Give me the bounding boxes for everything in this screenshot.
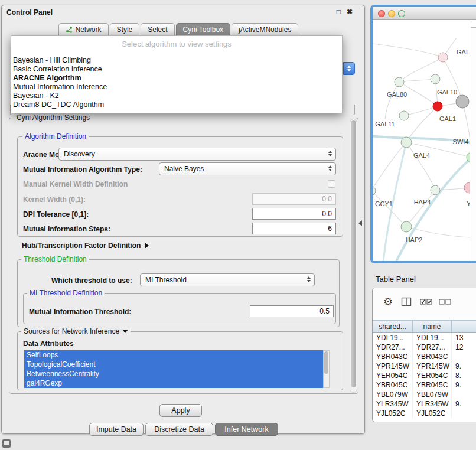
scrollbar-thumb[interactable]: [351, 120, 356, 387]
apply-button[interactable]: Apply: [159, 404, 202, 417]
cell-shared: YDL19...: [373, 333, 413, 343]
tab-discretize-data[interactable]: Discretize Data: [145, 423, 213, 436]
select-all-icon[interactable]: [420, 298, 433, 308]
algorithm-option[interactable]: Basic Correlation Inference: [11, 65, 342, 74]
tab-cyni-toolbox[interactable]: Cyni Toolbox: [176, 23, 230, 35]
chevron-updown-icon: [307, 276, 311, 282]
settings-scrollbar[interactable]: [350, 119, 357, 393]
attribute-item[interactable]: SelfLoops: [24, 350, 323, 360]
deselect-all-icon[interactable]: [439, 298, 452, 308]
network-node[interactable]: [395, 77, 404, 87]
network-node[interactable]: [438, 53, 448, 62]
network-node[interactable]: [433, 102, 442, 111]
group-border-fragment: [350, 105, 355, 115]
column-header-shared[interactable]: shared...: [373, 321, 413, 332]
table-toolbar: ⚙: [373, 288, 476, 320]
node-label: GAL80: [387, 91, 407, 98]
manual-kernel-checkbox[interactable]: [328, 180, 335, 188]
attribute-item[interactable]: TopologicalCoefficient: [24, 360, 323, 369]
algorithm-dropdown-popup: Select algorithm to view settings Bayesi…: [11, 35, 343, 113]
attribute-item[interactable]: BetweennessCentrality: [24, 369, 323, 379]
algorithm-option[interactable]: Mutual Information Inference: [11, 83, 342, 92]
network-node[interactable]: [431, 74, 440, 84]
sources-toggle[interactable]: Sources for Network Inference: [21, 327, 131, 335]
triangle-down-icon: [122, 330, 128, 333]
minimize-button[interactable]: [388, 10, 395, 17]
tab-network[interactable]: Network: [58, 23, 109, 35]
mi-steps-label: Mutual Information Steps:: [23, 225, 110, 233]
tab-style[interactable]: Style: [110, 23, 140, 35]
network-node[interactable]: [399, 111, 409, 120]
network-window-titlebar: [373, 7, 476, 20]
which-threshold-label: Which threshold to use:: [51, 276, 132, 285]
group-title: MI Threshold Definition: [27, 289, 105, 297]
zoom-button[interactable]: [398, 10, 405, 17]
attribute-item[interactable]: gal4RGexp: [24, 379, 323, 388]
node-label: GAL10: [437, 89, 457, 96]
float-window-icon[interactable]: □: [337, 8, 341, 16]
network-node[interactable]: [431, 185, 440, 195]
selected-value: Discovery: [64, 150, 325, 158]
network-node[interactable]: [401, 137, 412, 148]
data-attributes-label: Data Attributes: [23, 340, 74, 348]
aracne-mode-select[interactable]: Discovery: [58, 148, 336, 161]
network-node[interactable]: [401, 221, 412, 232]
mi-threshold-input[interactable]: 0.5: [250, 305, 334, 317]
table-row[interactable]: YPR145W YPR145W 9.: [373, 361, 476, 371]
table-row[interactable]: YBR045C YBR045C 9.: [373, 380, 476, 390]
algorithm-combobox-button[interactable]: [343, 62, 355, 75]
algorithm-option[interactable]: Bayesian - K2: [11, 92, 342, 100]
dpi-tolerance-label: DPI Tolerance [0,1]:: [23, 210, 89, 219]
table-row[interactable]: YLR345W YLR345W 9.: [373, 399, 476, 409]
column-header-name[interactable]: name: [413, 321, 452, 332]
cell-extra: 8.: [452, 371, 476, 380]
table-row[interactable]: YJL052C YJL052C: [373, 409, 476, 418]
algorithm-option[interactable]: Bayesian - Hill Climbing: [11, 56, 342, 65]
mi-type-select[interactable]: Naive Bayes: [159, 162, 336, 175]
tab-impute-data[interactable]: Impute Data: [89, 423, 144, 436]
close-window-icon[interactable]: ✖: [347, 8, 353, 16]
dpi-tolerance-input[interactable]: 0.0: [252, 208, 336, 220]
settings-gear-icon[interactable]: ⚙: [383, 296, 393, 307]
chevron-updown-icon: [328, 165, 332, 171]
tab-select[interactable]: Select: [141, 23, 174, 35]
scrollbar-thumb[interactable]: [324, 351, 328, 374]
algorithm-option[interactable]: Dream8 DC_TDC Algorithm: [11, 100, 342, 109]
cell-shared: YPR145W: [373, 361, 413, 371]
scrollbar-button[interactable]: [471, 21, 476, 28]
panel-collapse-handle[interactable]: [358, 220, 362, 226]
column-header-extra[interactable]: [452, 321, 476, 332]
mi-steps-input[interactable]: 6: [252, 223, 336, 234]
cell-name: YDR27...: [413, 343, 452, 352]
tab-jactivemnodules[interactable]: jActiveMNodules: [232, 23, 298, 35]
algorithm-option-selected[interactable]: ARACNE Algorithm: [11, 74, 342, 83]
network-canvas[interactable]: GAL GAL80 GAL10 GAL11 GAL1 SWI4 GAL4 GCY…: [373, 20, 476, 261]
table-row[interactable]: YBL079W YBL079W: [373, 390, 476, 399]
attribute-list-scrollbar[interactable]: [323, 350, 330, 388]
tab-label: Network: [76, 25, 102, 34]
table-body: YDL19... YDL19... 13 YDR27... YDR27... 1…: [373, 333, 476, 422]
kernel-width-input[interactable]: 0.0: [252, 193, 336, 205]
cell-shared: YBR043C: [373, 352, 413, 361]
table-header-row: shared... name: [373, 320, 476, 333]
hub-section-toggle[interactable]: Hub/Transcription Factor Definition: [22, 242, 149, 250]
table-row[interactable]: YDR27... YDR27... 12: [373, 343, 476, 352]
close-button[interactable]: [378, 10, 385, 17]
tab-infer-network[interactable]: Infer Network: [215, 423, 278, 436]
tab-label: Impute Data: [96, 425, 136, 433]
network-node[interactable]: [456, 95, 469, 108]
cell-name: YBL079W: [413, 390, 452, 399]
network-node[interactable]: [464, 182, 470, 193]
table-row[interactable]: YDL19... YDL19... 13: [373, 333, 476, 343]
selected-value: Naive Bayes: [164, 165, 325, 173]
minimized-panel-icon[interactable]: [2, 439, 11, 448]
which-threshold-select[interactable]: MI Threshold: [140, 273, 315, 286]
network-node[interactable]: [373, 186, 376, 195]
table-row[interactable]: YER054C YER054C 8.: [373, 371, 476, 380]
node-label: GCY1: [375, 200, 393, 207]
columns-icon[interactable]: [401, 296, 412, 309]
cell-shared: YDR27...: [373, 343, 413, 352]
table-row[interactable]: YBR043C YBR043C: [373, 352, 476, 361]
network-scrollbar[interactable]: [470, 20, 476, 261]
table-panel-window: ⚙: [372, 288, 476, 422]
